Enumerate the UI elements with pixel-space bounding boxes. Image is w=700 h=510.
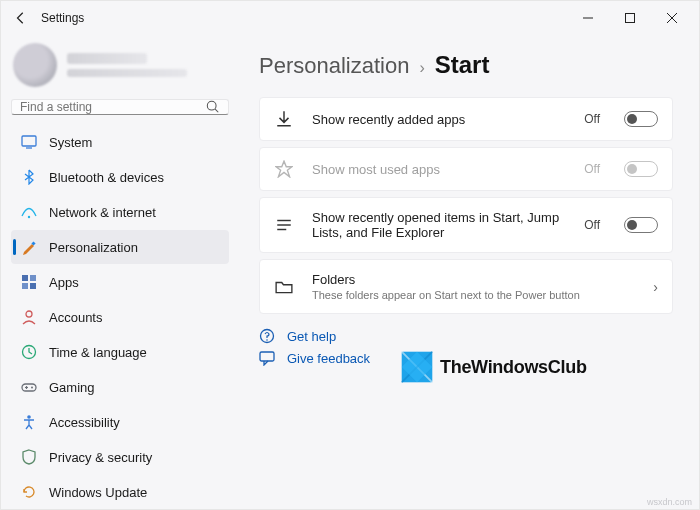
thewindowsclub-logo-icon <box>400 350 434 384</box>
star-icon <box>274 160 294 178</box>
crumb-parent[interactable]: Personalization <box>259 53 409 79</box>
list-icon <box>274 216 294 234</box>
toggle-state: Off <box>584 162 600 176</box>
titlebar: Settings <box>1 1 699 35</box>
toggle-recent-apps[interactable] <box>624 111 658 127</box>
toggle-state: Off <box>584 112 600 126</box>
footer-credit: wsxdn.com <box>647 497 692 507</box>
svg-point-12 <box>26 311 32 317</box>
svg-rect-22 <box>260 352 274 361</box>
nav-privacy[interactable]: Privacy & security <box>11 440 229 474</box>
breadcrumb: Personalization › Start <box>259 51 673 79</box>
search-icon <box>206 100 220 114</box>
nav-label: Time & language <box>49 345 147 360</box>
svg-rect-4 <box>22 136 36 146</box>
help-icon <box>259 328 277 344</box>
get-help-link[interactable]: Get help <box>287 329 336 344</box>
nav-label: Accounts <box>49 310 102 325</box>
nav-label: Network & internet <box>49 205 156 220</box>
nav-label: Personalization <box>49 240 138 255</box>
search-input[interactable] <box>20 100 206 114</box>
gaming-icon <box>21 379 37 395</box>
svg-rect-1 <box>626 14 635 23</box>
nav-network[interactable]: Network & internet <box>11 195 229 229</box>
accessibility-icon <box>21 414 37 430</box>
nav-personalization[interactable]: Personalization <box>11 230 229 264</box>
svg-point-6 <box>28 216 30 218</box>
page-title: Start <box>435 51 490 79</box>
toggle-most-used <box>624 161 658 177</box>
close-button[interactable] <box>651 4 693 32</box>
maximize-button[interactable] <box>609 4 651 32</box>
nav-bluetooth[interactable]: Bluetooth & devices <box>11 160 229 194</box>
nav-label: Apps <box>49 275 79 290</box>
nav-system[interactable]: System <box>11 125 229 159</box>
card-most-used: Show most used apps Off <box>259 147 673 191</box>
nav-label: Accessibility <box>49 415 120 430</box>
accounts-icon <box>21 309 37 325</box>
close-icon <box>667 13 677 23</box>
card-sub: These folders appear on Start next to th… <box>312 289 635 301</box>
toggle-jump-lists[interactable] <box>624 217 658 233</box>
card-recent-apps: Show recently added apps Off <box>259 97 673 141</box>
svg-rect-11 <box>30 283 36 289</box>
svg-point-2 <box>207 101 216 110</box>
nav-gaming[interactable]: Gaming <box>11 370 229 404</box>
nav-accounts[interactable]: Accounts <box>11 300 229 334</box>
card-label: Show most used apps <box>312 162 566 177</box>
svg-rect-10 <box>22 283 28 289</box>
nav-list: System Bluetooth & devices Network & int… <box>11 125 229 509</box>
svg-point-15 <box>31 387 33 389</box>
svg-rect-8 <box>22 275 28 281</box>
search-input-wrapper[interactable] <box>11 99 229 115</box>
nav-label: Privacy & security <box>49 450 152 465</box>
card-label: Folders <box>312 272 635 287</box>
nav-label: Windows Update <box>49 485 147 500</box>
minimize-button[interactable] <box>567 4 609 32</box>
network-icon <box>21 204 37 220</box>
nav-accessibility[interactable]: Accessibility <box>11 405 229 439</box>
svg-point-16 <box>27 415 31 419</box>
toggle-state: Off <box>584 218 600 232</box>
feedback-icon <box>259 350 277 366</box>
svg-line-3 <box>215 109 218 112</box>
user-email-blurred <box>67 69 187 77</box>
main-content: Personalization › Start Show recently ad… <box>239 35 699 509</box>
nav-label: Bluetooth & devices <box>49 170 164 185</box>
nav-apps[interactable]: Apps <box>11 265 229 299</box>
download-icon <box>274 110 294 128</box>
nav-update[interactable]: Windows Update <box>11 475 229 509</box>
system-icon <box>21 134 37 150</box>
card-label: Show recently opened items in Start, Jum… <box>312 210 566 240</box>
nav-time[interactable]: Time & language <box>11 335 229 369</box>
privacy-icon <box>21 449 37 465</box>
svg-point-21 <box>266 339 268 341</box>
arrow-left-icon <box>14 11 28 25</box>
give-feedback-link[interactable]: Give feedback <box>287 351 370 366</box>
folder-icon <box>274 278 294 296</box>
personalization-icon <box>21 239 37 255</box>
window-title: Settings <box>41 11 84 25</box>
back-button[interactable] <box>7 4 35 32</box>
time-icon <box>21 344 37 360</box>
bluetooth-icon <box>21 169 37 185</box>
branding-watermark: TheWindowsClub <box>400 350 587 384</box>
maximize-icon <box>625 13 635 23</box>
nav-label: System <box>49 135 92 150</box>
card-folders[interactable]: Folders These folders appear on Start ne… <box>259 259 673 314</box>
sidebar: System Bluetooth & devices Network & int… <box>1 35 239 509</box>
chevron-right-icon: › <box>419 59 424 77</box>
get-help-row: Get help <box>259 328 673 344</box>
branding-text: TheWindowsClub <box>440 357 587 378</box>
card-label: Show recently added apps <box>312 112 566 127</box>
user-profile[interactable] <box>11 37 229 93</box>
minimize-icon <box>583 13 593 23</box>
card-jump-lists: Show recently opened items in Start, Jum… <box>259 197 673 253</box>
svg-rect-14 <box>22 384 36 391</box>
avatar <box>13 43 57 87</box>
user-name-blurred <box>67 53 147 64</box>
update-icon <box>21 484 37 500</box>
svg-rect-9 <box>30 275 36 281</box>
apps-icon <box>21 274 37 290</box>
chevron-right-icon: › <box>653 279 658 295</box>
